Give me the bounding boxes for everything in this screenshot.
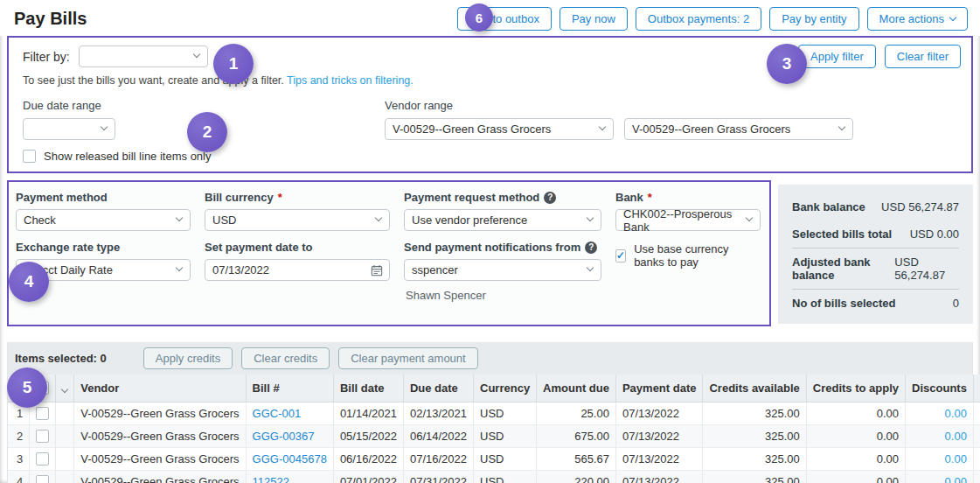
- discounts-link[interactable]: 0.00: [945, 452, 967, 466]
- header-expand-chevron[interactable]: [56, 374, 74, 402]
- notifications-from-select[interactable]: sspencer: [404, 259, 601, 281]
- vendor-range-group: Vendor range V-00529--Green Grass Grocer…: [385, 99, 853, 140]
- bills-table-section: Items selected: 0 Apply credits Clear cr…: [7, 342, 973, 483]
- apply-credits-button[interactable]: Apply credits: [143, 347, 233, 369]
- filter-tips-link[interactable]: Tips and tricks on filtering.: [287, 74, 414, 87]
- chevron-down-icon: [587, 264, 594, 271]
- clear-payment-amount-button[interactable]: Clear payment amount: [338, 347, 478, 369]
- bill-number-link[interactable]: GGG-00367: [253, 430, 315, 443]
- callout-4: 4: [9, 262, 49, 302]
- callout-1: 1: [213, 44, 254, 84]
- payment-request-method-label: Payment request method?: [404, 191, 601, 204]
- payment-method-select[interactable]: Check: [16, 209, 191, 231]
- col-payment-date: Payment date: [615, 374, 703, 402]
- chevron-down-icon: [176, 214, 183, 221]
- vendor-to-select[interactable]: V-00529--Green Grass Grocers: [624, 118, 853, 140]
- exchange-rate-type-label: Exchange rate type: [16, 241, 191, 254]
- required-asterisk: *: [278, 191, 282, 204]
- page-title: Pay Bills: [14, 9, 87, 29]
- bank-balance-row: Bank balance USD 56,274.87: [792, 193, 959, 220]
- chevron-down-icon: [838, 123, 845, 130]
- pay-by-entity-button[interactable]: Pay by entity: [769, 7, 858, 31]
- vendor-cell: V-00529--Green Grass Grocers: [74, 448, 246, 471]
- bank-field: Bank* CHK002--Prosperous Bank: [615, 191, 761, 231]
- payment-request-method-field: Payment request method? Use vendor prefe…: [404, 191, 601, 231]
- filter-by-select[interactable]: [79, 46, 208, 67]
- payment-method-field: Payment method Check: [16, 191, 191, 231]
- due-date-range-label: Due date range: [23, 99, 385, 112]
- bill-number-link[interactable]: 112522: [253, 475, 289, 483]
- bills-selected-count-row: No of bills selected 0: [792, 290, 959, 317]
- chevron-down-icon: [587, 214, 594, 221]
- bill-currency-field: Bill currency* USD: [205, 191, 390, 231]
- col-due-date: Due date: [403, 374, 473, 402]
- col-amount-due: Amount due: [537, 374, 616, 402]
- discounts-link[interactable]: 0.00: [945, 430, 967, 443]
- bill-number-link[interactable]: GGC-001: [253, 407, 302, 420]
- chevron-down-icon: [101, 123, 108, 130]
- items-selected-label: Items selected: 0: [15, 352, 107, 365]
- table-row: 3 V-00529--Green Grass Grocers GGG-00456…: [8, 448, 980, 471]
- filter-section: Filter by: Apply filter Clear filter To …: [7, 36, 973, 173]
- col-bill-date: Bill date: [333, 374, 403, 402]
- discounts-link[interactable]: 0.00: [945, 475, 967, 483]
- col-discounts: Discounts: [906, 374, 974, 402]
- discounts-link[interactable]: 0.00: [945, 407, 967, 420]
- vendor-cell: V-00529--Green Grass Grocers: [74, 471, 246, 483]
- chevron-down-icon: [192, 51, 199, 58]
- col-currency: Currency: [474, 374, 537, 402]
- bank-label: Bank*: [615, 191, 761, 204]
- base-currency-checkbox[interactable]: ✓: [615, 249, 626, 262]
- payment-date-input[interactable]: 07/13/2022: [205, 259, 390, 281]
- header-actions: Add to outbox Pay now Outbox payments: 2…: [457, 7, 968, 31]
- chevron-down-icon: [176, 264, 183, 271]
- payment-method-label: Payment method: [16, 191, 191, 204]
- filter-by-label: Filter by:: [23, 50, 70, 64]
- table-row: 1 V-00529--Green Grass Grocers GGC-001 0…: [8, 402, 980, 425]
- outbox-payments-button[interactable]: Outbox payments: 2: [636, 7, 761, 31]
- table-row: 2 V-00529--Green Grass Grocers GGG-00367…: [8, 425, 980, 448]
- adjusted-bank-balance-row: Adjusted bank balance USD 56,274.87: [792, 248, 959, 290]
- help-icon[interactable]: ?: [544, 192, 556, 204]
- col-credits-to-apply: Credits to apply: [806, 374, 905, 402]
- row-checkbox[interactable]: [30, 471, 56, 483]
- selected-bills-total-row: Selected bills total USD 0.00: [792, 220, 959, 248]
- clear-credits-button[interactable]: Clear credits: [241, 347, 330, 369]
- callout-2: 2: [187, 112, 227, 152]
- col-bill: Bill #: [246, 374, 333, 402]
- released-items-checkbox[interactable]: [23, 150, 36, 163]
- released-items-label: Show released bill line items only: [44, 150, 211, 163]
- notifications-from-helper: Shawn Spencer: [406, 289, 601, 302]
- row-checkbox[interactable]: [30, 448, 56, 471]
- payment-date-field: Set payment date to 07/13/2022: [205, 241, 390, 302]
- payment-request-method-select[interactable]: Use vendor preference: [404, 209, 601, 231]
- clear-filter-button[interactable]: Clear filter: [885, 45, 961, 68]
- pay-now-button[interactable]: Pay now: [560, 7, 628, 31]
- bill-currency-select[interactable]: USD: [205, 209, 390, 231]
- chevron-down-icon: [599, 123, 606, 130]
- callout-5: 5: [7, 368, 47, 408]
- check-icon: ✓: [616, 249, 625, 262]
- apply-filter-button[interactable]: Apply filter: [798, 45, 876, 68]
- filter-hint: To see just the bills you want, create a…: [23, 74, 961, 87]
- callout-3: 3: [767, 44, 807, 84]
- bank-select[interactable]: CHK002--Prosperous Bank: [615, 209, 761, 231]
- table-toolbar: Items selected: 0 Apply credits Clear cr…: [8, 342, 972, 374]
- vendor-from-select[interactable]: V-00529--Green Grass Grocers: [385, 118, 614, 140]
- calendar-icon: [371, 264, 383, 276]
- payment-date-label: Set payment date to: [205, 241, 390, 254]
- vendor-cell: V-00529--Green Grass Grocers: [74, 402, 246, 425]
- col-credits-available: Credits available: [703, 374, 806, 402]
- due-date-range-select[interactable]: [23, 118, 115, 140]
- table-row: 4 V-00529--Green Grass Grocers 112522 07…: [8, 471, 980, 483]
- chevron-down-icon: [746, 214, 753, 221]
- row-checkbox[interactable]: [30, 425, 56, 448]
- help-icon[interactable]: ?: [585, 242, 597, 254]
- base-currency-label: Use base currency banks to pay: [634, 242, 761, 269]
- bill-number-link[interactable]: GGG-0045678: [253, 452, 327, 466]
- vendor-range-label: Vendor range: [385, 99, 853, 112]
- chevron-down-icon: [375, 214, 382, 221]
- col-vendor: Vendor: [74, 374, 246, 402]
- more-actions-button[interactable]: More actions: [867, 7, 968, 31]
- pay-bills-page: Pay Bills Add to outbox Pay now Outbox p…: [0, 0, 980, 483]
